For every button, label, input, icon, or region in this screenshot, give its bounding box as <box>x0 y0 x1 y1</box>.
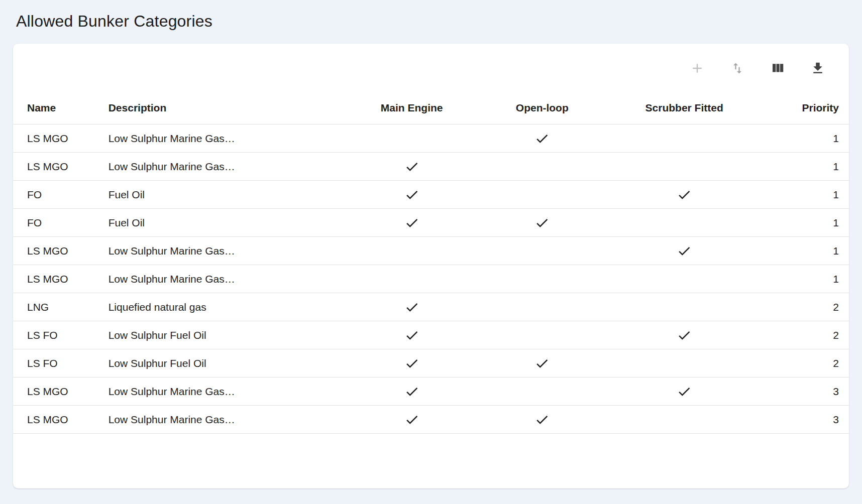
cell-main-engine <box>345 124 479 153</box>
cell-scrubber-fitted <box>606 293 763 321</box>
column-header-name[interactable]: Name <box>13 95 109 124</box>
cell-name: LNG <box>13 293 109 321</box>
cell-open-loop <box>479 153 606 181</box>
cell-description: Low Sulphur Fuel Oil <box>109 349 345 377</box>
cell-scrubber-fitted <box>606 124 763 153</box>
main-engine-check-icon <box>404 385 419 396</box>
open-loop-check-icon <box>534 132 550 143</box>
cell-description: Low Sulphur Marine Gas… <box>109 124 345 153</box>
cell-scrubber-fitted <box>606 377 763 406</box>
table-row[interactable]: LS MGOLow Sulphur Marine Gas…3 <box>13 377 849 406</box>
cell-priority: 3 <box>763 377 849 406</box>
main-engine-check-icon <box>404 300 419 312</box>
cell-name: LS FO <box>13 321 109 349</box>
table-row[interactable]: LS MGOLow Sulphur Marine Gas…1 <box>13 237 849 265</box>
cell-main-engine <box>345 265 479 293</box>
main-engine-check-icon <box>404 356 419 368</box>
table-row[interactable]: LS FOLow Sulphur Fuel Oil2 <box>13 321 849 349</box>
cell-description: Low Sulphur Marine Gas… <box>109 153 345 181</box>
cell-name: FO <box>13 181 109 209</box>
column-header-priority[interactable]: Priority <box>763 95 849 124</box>
table-row[interactable]: FOFuel Oil1 <box>13 209 849 237</box>
main-engine-check-icon <box>404 160 419 171</box>
columns-icon <box>770 61 785 77</box>
bunker-categories-card: Name Description Main Engine Open-loop S… <box>13 44 849 488</box>
main-engine-check-icon <box>404 328 419 340</box>
columns-button[interactable] <box>770 61 786 77</box>
cell-description: Low Sulphur Fuel Oil <box>109 321 345 349</box>
main-engine-check-icon <box>404 188 419 199</box>
cell-open-loop <box>479 406 606 434</box>
add-icon <box>690 61 705 77</box>
cell-priority: 1 <box>763 124 849 153</box>
cell-scrubber-fitted <box>606 181 763 209</box>
cell-scrubber-fitted <box>606 153 763 181</box>
open-loop-check-icon <box>534 413 550 424</box>
sort-button[interactable] <box>729 61 745 77</box>
cell-description: Low Sulphur Marine Gas… <box>109 237 345 265</box>
cell-name: LS MGO <box>13 237 109 265</box>
cell-description: Fuel Oil <box>109 209 345 237</box>
cell-open-loop <box>479 124 606 153</box>
cell-open-loop <box>479 237 606 265</box>
page: Allowed Bunker Categories <box>0 0 862 488</box>
cell-open-loop <box>479 321 606 349</box>
cell-priority: 1 <box>763 237 849 265</box>
cell-name: LS MGO <box>13 406 109 434</box>
cell-scrubber-fitted <box>606 406 763 434</box>
table-row[interactable]: LS FOLow Sulphur Fuel Oil2 <box>13 349 849 377</box>
cell-scrubber-fitted <box>606 265 763 293</box>
cell-priority: 1 <box>763 209 849 237</box>
cell-main-engine <box>345 406 479 434</box>
table-row[interactable]: LS MGOLow Sulphur Marine Gas…1 <box>13 265 849 293</box>
main-engine-check-icon <box>404 216 419 227</box>
table-body: LS MGOLow Sulphur Marine Gas…1LS MGOLow … <box>13 124 849 434</box>
column-header-open-loop[interactable]: Open-loop <box>479 95 606 124</box>
download-button[interactable] <box>810 61 826 77</box>
cell-open-loop <box>479 377 606 406</box>
scrubber-fitted-check-icon <box>677 244 692 256</box>
scrubber-fitted-check-icon <box>677 385 692 396</box>
cell-priority: 3 <box>763 406 849 434</box>
table-header: Name Description Main Engine Open-loop S… <box>13 95 849 124</box>
table-row[interactable]: LS MGOLow Sulphur Marine Gas…3 <box>13 406 849 434</box>
cell-main-engine <box>345 209 479 237</box>
cell-description: Fuel Oil <box>109 181 345 209</box>
table-row[interactable]: LS MGOLow Sulphur Marine Gas…1 <box>13 153 849 181</box>
cell-main-engine <box>345 237 479 265</box>
cell-scrubber-fitted <box>606 237 763 265</box>
download-icon <box>810 61 825 77</box>
cell-open-loop <box>479 265 606 293</box>
table-toolbar <box>13 44 849 95</box>
cell-name: LS MGO <box>13 124 109 153</box>
cell-main-engine <box>345 153 479 181</box>
cell-scrubber-fitted <box>606 209 763 237</box>
cell-name: LS FO <box>13 349 109 377</box>
column-header-main-engine[interactable]: Main Engine <box>345 95 479 124</box>
page-title: Allowed Bunker Categories <box>16 12 846 31</box>
table-row[interactable]: LNGLiquefied natural gas2 <box>13 293 849 321</box>
cell-description: Low Sulphur Marine Gas… <box>109 265 345 293</box>
cell-main-engine <box>345 321 479 349</box>
column-header-scrubber-fitted[interactable]: Scrubber Fitted <box>606 95 763 124</box>
cell-priority: 1 <box>763 265 849 293</box>
cell-open-loop <box>479 293 606 321</box>
cell-name: LS MGO <box>13 377 109 406</box>
table-row[interactable]: LS MGOLow Sulphur Marine Gas…1 <box>13 124 849 153</box>
table-row[interactable]: FOFuel Oil1 <box>13 181 849 209</box>
cell-open-loop <box>479 349 606 377</box>
bunker-categories-table: Name Description Main Engine Open-loop S… <box>13 95 849 434</box>
cell-open-loop <box>479 209 606 237</box>
cell-main-engine <box>345 293 479 321</box>
cell-name: LS MGO <box>13 265 109 293</box>
add-button[interactable] <box>689 61 705 77</box>
cell-scrubber-fitted <box>606 321 763 349</box>
cell-priority: 2 <box>763 293 849 321</box>
cell-scrubber-fitted <box>606 349 763 377</box>
column-header-description[interactable]: Description <box>109 95 345 124</box>
scrubber-fitted-check-icon <box>677 328 692 340</box>
cell-main-engine <box>345 377 479 406</box>
cell-description: Low Sulphur Marine Gas… <box>109 377 345 406</box>
scrubber-fitted-check-icon <box>677 188 692 199</box>
cell-description: Low Sulphur Marine Gas… <box>109 406 345 434</box>
